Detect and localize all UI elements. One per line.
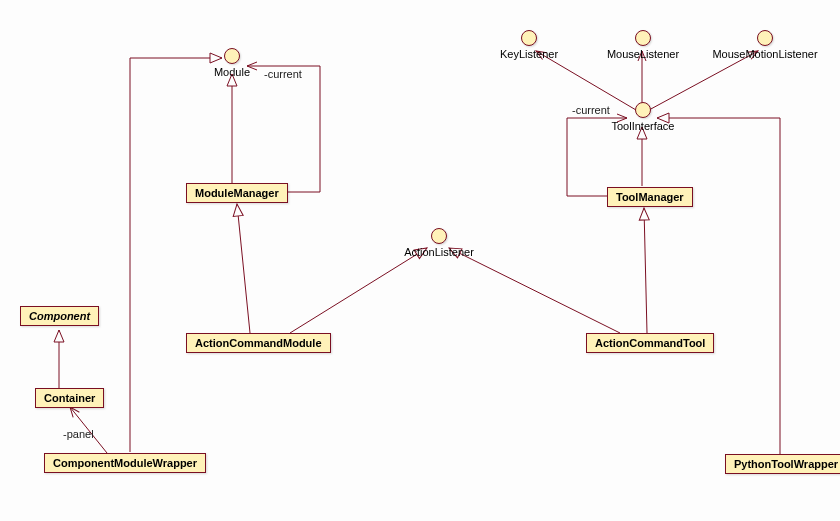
class-label: ToolManager <box>616 191 684 203</box>
lollipop-icon <box>635 102 651 118</box>
class-label: ComponentModuleWrapper <box>53 457 197 469</box>
interface-mousemotionlistener: MouseMotionListener <box>700 30 830 60</box>
edge-label-panel: -panel <box>63 428 94 440</box>
class-label: PythonToolWrapper <box>734 458 838 470</box>
svg-line-4 <box>290 248 427 333</box>
class-label: Component <box>29 310 90 322</box>
class-component: Component <box>20 306 99 326</box>
class-label: ActionCommandTool <box>595 337 705 349</box>
class-actioncommandtool: ActionCommandTool <box>586 333 714 353</box>
lollipop-icon <box>521 30 537 46</box>
lollipop-icon <box>224 48 240 64</box>
interface-label: ToolInterface <box>603 120 683 132</box>
class-actioncommandmodule: ActionCommandModule <box>186 333 331 353</box>
interface-label: KeyListener <box>489 48 569 60</box>
class-label: Container <box>44 392 95 404</box>
class-modulemanager: ModuleManager <box>186 183 288 203</box>
svg-line-6 <box>644 208 647 333</box>
interface-mouselistener: MouseListener <box>596 30 690 60</box>
class-container: Container <box>35 388 104 408</box>
lollipop-icon <box>635 30 651 46</box>
interface-label: ActionListener <box>399 246 479 258</box>
interface-module: Module <box>202 48 262 78</box>
connector-layer <box>0 0 840 521</box>
svg-line-3 <box>237 204 250 333</box>
interface-keylistener: KeyListener <box>489 30 569 60</box>
interface-label: Module <box>202 66 262 78</box>
class-pythontoolwrapper: PythonToolWrapper <box>725 454 840 474</box>
svg-line-5 <box>449 248 620 333</box>
edge-label-module-current: -current <box>264 68 302 80</box>
interface-label: MouseMotionListener <box>700 48 830 60</box>
interface-toolinterface: ToolInterface <box>603 102 683 132</box>
class-label: ModuleManager <box>195 187 279 199</box>
class-label: ActionCommandModule <box>195 337 322 349</box>
edge-label-tool-current: -current <box>572 104 610 116</box>
lollipop-icon <box>431 228 447 244</box>
interface-label: MouseListener <box>596 48 690 60</box>
interface-actionlistener: ActionListener <box>399 228 479 258</box>
lollipop-icon <box>757 30 773 46</box>
class-toolmanager: ToolManager <box>607 187 693 207</box>
class-componentmodulewrapper: ComponentModuleWrapper <box>44 453 206 473</box>
